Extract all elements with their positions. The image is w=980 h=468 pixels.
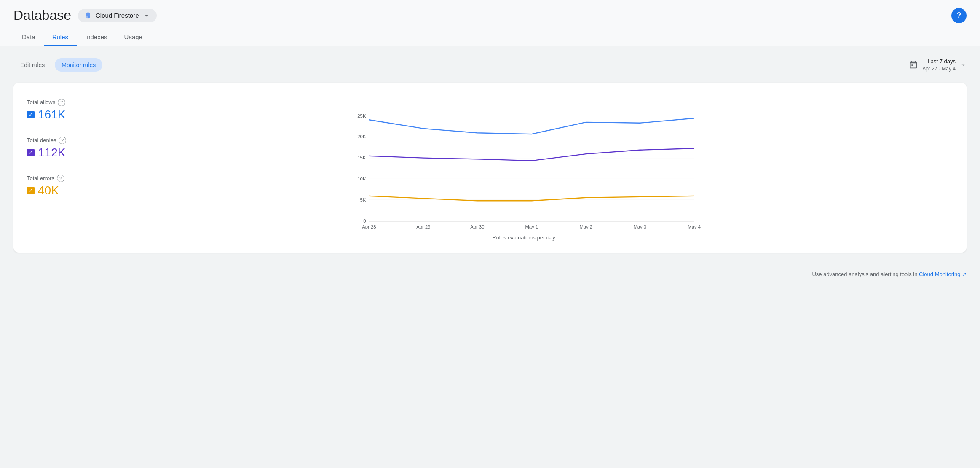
date-range-picker[interactable]: Last 7 days Apr 27 - May 4 [909, 58, 967, 73]
legend-allows-label: Total allows ? [27, 99, 86, 106]
tab-indexes[interactable]: Indexes [77, 29, 116, 46]
allows-count: 161K [38, 108, 65, 121]
svg-text:Apr 30: Apr 30 [470, 224, 484, 229]
allows-help-icon[interactable]: ? [58, 99, 65, 106]
chart-svg: 25K 20K 15K 10K 5K 0 Apr 28 Apr 29 Apr 3… [94, 94, 953, 231]
nav-tabs: Data Rules Indexes Usage [13, 29, 967, 46]
page-header: Database Cloud Firestore ? Data Rules In… [0, 0, 980, 46]
date-range-sub: Apr 27 - May 4 [922, 65, 956, 73]
service-selector[interactable]: Cloud Firestore [78, 9, 157, 22]
svg-text:0: 0 [363, 218, 366, 223]
help-button[interactable]: ? [951, 8, 967, 23]
svg-text:25K: 25K [357, 113, 366, 118]
allows-label-text: Total allows [27, 99, 55, 105]
edit-rules-button[interactable]: Edit rules [13, 58, 51, 72]
denies-count: 112K [38, 146, 65, 159]
calendar-icon [909, 60, 918, 70]
errors-help-icon[interactable]: ? [57, 175, 64, 182]
toolbar: Edit rules Monitor rules Last 7 days Apr… [13, 58, 967, 73]
svg-text:Apr 29: Apr 29 [416, 224, 430, 229]
legend-denies: Total denies ? ✓ 112K [27, 137, 86, 159]
date-range-label: Last 7 days [922, 58, 956, 65]
svg-text:May 3: May 3 [633, 224, 646, 229]
svg-text:15K: 15K [357, 155, 366, 160]
service-label: Cloud Firestore [96, 12, 139, 19]
chart-area: 25K 20K 15K 10K 5K 0 Apr 28 Apr 29 Apr 3… [94, 94, 953, 241]
help-icon-label: ? [957, 11, 961, 20]
svg-text:May 1: May 1 [525, 224, 538, 229]
external-link-icon: ↗ [962, 271, 967, 277]
svg-text:10K: 10K [357, 176, 366, 181]
footer-text: Use advanced analysis and alerting tools… [812, 271, 917, 277]
denies-value: ✓ 112K [27, 146, 86, 159]
tab-usage[interactable]: Usage [116, 29, 151, 46]
errors-check-icon: ✓ [29, 188, 33, 193]
svg-text:20K: 20K [357, 134, 366, 139]
chart-card: Total allows ? ✓ 161K Total denies ? [13, 83, 967, 253]
svg-text:May 2: May 2 [579, 224, 592, 229]
tab-rules[interactable]: Rules [44, 29, 77, 46]
errors-count: 40K [38, 184, 59, 197]
toolbar-left: Edit rules Monitor rules [13, 58, 102, 72]
chart-layout: Total allows ? ✓ 161K Total denies ? [27, 94, 953, 241]
errors-label-text: Total errors [27, 175, 54, 181]
legend-errors-label: Total errors ? [27, 175, 86, 182]
errors-value: ✓ 40K [27, 184, 86, 197]
allows-check-icon: ✓ [29, 112, 33, 117]
denies-check-icon: ✓ [29, 150, 33, 155]
main-content: Edit rules Monitor rules Last 7 days Apr… [0, 46, 980, 264]
date-dropdown-icon [960, 62, 967, 68]
tab-data[interactable]: Data [13, 29, 44, 46]
svg-text:May 4: May 4 [688, 224, 701, 229]
monitor-rules-button[interactable]: Monitor rules [55, 58, 102, 72]
svg-text:Apr 28: Apr 28 [362, 224, 376, 229]
legend-errors: Total errors ? ✓ 40K [27, 175, 86, 197]
header-left: Database Cloud Firestore [13, 8, 157, 23]
legend-denies-label: Total denies ? [27, 137, 86, 144]
denies-checkbox[interactable]: ✓ [27, 149, 35, 156]
header-top: Database Cloud Firestore ? [13, 8, 967, 23]
page-title: Database [13, 8, 71, 23]
firestore-icon [84, 11, 92, 20]
footer-note: Use advanced analysis and alerting tools… [0, 264, 980, 284]
errors-checkbox[interactable]: ✓ [27, 187, 35, 194]
allows-value: ✓ 161K [27, 108, 86, 121]
allows-checkbox[interactable]: ✓ [27, 111, 35, 118]
denies-help-icon[interactable]: ? [59, 137, 66, 144]
date-range-text: Last 7 days Apr 27 - May 4 [922, 58, 956, 73]
cloud-monitoring-link[interactable]: Cloud Monitoring ↗ [919, 271, 967, 277]
denies-label-text: Total denies [27, 137, 56, 143]
chart-legend: Total allows ? ✓ 161K Total denies ? [27, 94, 94, 241]
legend-allows: Total allows ? ✓ 161K [27, 99, 86, 121]
dropdown-chevron-icon [142, 11, 151, 20]
svg-text:5K: 5K [360, 197, 366, 202]
chart-x-axis-label: Rules evaluations per day [94, 234, 953, 241]
